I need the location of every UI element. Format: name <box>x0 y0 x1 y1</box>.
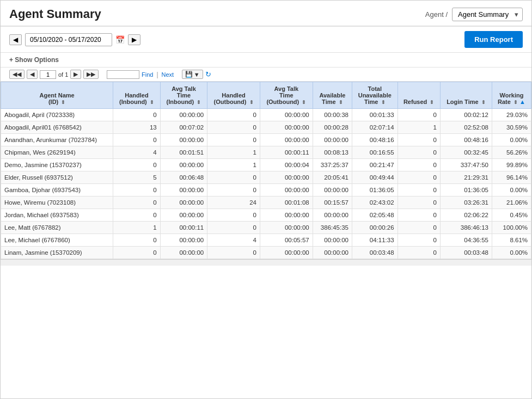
export-icon: 💾 <box>185 71 193 78</box>
cell-r4-c7: 0 <box>398 159 440 171</box>
table-row: Jordan, Michael (6937583)000:00:00000:00… <box>1 209 531 222</box>
report-type-dropdown[interactable]: Agent Summary <box>452 8 523 21</box>
cell-r3-c6: 00:16:55 <box>352 146 398 159</box>
cell-r2-c1: 0 <box>113 134 160 146</box>
main-container: Agent Summary Agent / Agent Summary ◀ 📅 … <box>0 0 532 399</box>
breadcrumb-prefix: Agent / <box>425 10 448 19</box>
cell-r11-c0: Linam, Jasmine (15370209) <box>1 247 113 259</box>
cell-r11-c5: 00:00:00 <box>313 247 352 259</box>
cell-r11-c2: 00:00:00 <box>160 247 207 259</box>
cell-r8-c6: 02:05:48 <box>352 209 398 222</box>
col-working-rate[interactable]: WorkingRate ⇕ ▲ <box>492 82 531 109</box>
cell-r0-c7: 0 <box>398 109 440 121</box>
col-available-time[interactable]: AvailableTime ⇕ <box>313 82 352 109</box>
cell-r9-c8: 386:46:13 <box>440 222 492 234</box>
cell-r0-c0: Abogadil, April (7023338) <box>1 109 113 121</box>
cell-r6-c3: 0 <box>207 184 260 197</box>
cell-r11-c8: 00:03:48 <box>440 247 492 259</box>
refresh-icon[interactable]: ↻ <box>205 70 211 78</box>
cell-r1-c4: 00:00:00 <box>260 121 313 134</box>
cell-r0-c4: 00:00:00 <box>260 109 313 121</box>
cell-r3-c2: 00:01:51 <box>160 146 207 159</box>
date-picker: ◀ 📅 ▶ <box>9 33 140 46</box>
date-range-input[interactable] <box>25 33 112 46</box>
next-link[interactable]: Next <box>162 71 174 78</box>
cell-r6-c9: 0.00% <box>492 184 531 197</box>
cell-r3-c8: 00:32:45 <box>440 146 492 159</box>
cell-r4-c1: 0 <box>113 159 160 171</box>
cell-r10-c9: 8.61% <box>492 234 531 247</box>
find-link[interactable]: Find <box>142 71 153 78</box>
cell-r1-c2: 00:07:02 <box>160 121 207 134</box>
cell-r10-c5: 00:00:00 <box>313 234 352 247</box>
toolbar: ◀ 📅 ▶ Run Report <box>1 27 531 53</box>
cell-r9-c2: 00:00:11 <box>160 222 207 234</box>
page-first-button[interactable]: ◀◀ <box>9 70 25 79</box>
cell-r4-c0: Demo, Jasmine (15370237) <box>1 159 113 171</box>
table-row: Abogadil, April01 (6768542)1300:07:02000… <box>1 121 531 134</box>
cell-r9-c5: 386:45:35 <box>313 222 352 234</box>
page-prev-button[interactable]: ◀ <box>27 70 38 79</box>
cell-r1-c6: 02:07:14 <box>352 121 398 134</box>
report-type-dropdown-wrapper[interactable]: Agent Summary <box>452 8 523 21</box>
page-last-button[interactable]: ▶▶ <box>83 70 99 79</box>
cell-r9-c7: 0 <box>398 222 440 234</box>
cell-r7-c3: 24 <box>207 197 260 209</box>
cell-r6-c0: Gamboa, Djohar (6937543) <box>1 184 113 197</box>
cell-r8-c3: 0 <box>207 209 260 222</box>
cell-r1-c7: 1 <box>398 121 440 134</box>
data-table-container: Agent Name(ID) ⇕ Handled(Inbound) ⇕ Avg … <box>1 82 531 266</box>
col-login-time[interactable]: Login Time ⇕ <box>440 82 492 109</box>
breadcrumb-nav: Agent / Agent Summary <box>425 8 523 21</box>
cell-r0-c9: 29.03% <box>492 109 531 121</box>
export-button[interactable]: 💾▼ <box>182 70 203 79</box>
col-agent-name[interactable]: Agent Name(ID) ⇕ <box>1 82 113 109</box>
cell-r9-c4: 00:00:00 <box>260 222 313 234</box>
col-handled-inbound[interactable]: Handled(Inbound) ⇕ <box>113 82 160 109</box>
cell-r5-c6: 00:49:44 <box>352 171 398 184</box>
find-input[interactable] <box>107 70 139 79</box>
col-avg-talk-outbound[interactable]: Avg TalkTime(Outbound) ⇕ <box>260 82 313 109</box>
cell-r1-c0: Abogadil, April01 (6768542) <box>1 121 113 134</box>
cell-r7-c0: Howe, Wiremu (7023108) <box>1 197 113 209</box>
cell-r4-c8: 337:47:50 <box>440 159 492 171</box>
col-total-unavailable[interactable]: TotalUnavailableTime ⇕ <box>352 82 398 109</box>
date-next-button[interactable]: ▶ <box>128 34 140 45</box>
page-next-button[interactable]: ▶ <box>70 70 81 79</box>
col-refused[interactable]: Refused ⇕ <box>398 82 440 109</box>
table-row: Demo, Jasmine (15370237)000:00:00100:00:… <box>1 159 531 171</box>
col-handled-outbound[interactable]: Handled(Outbound) ⇕ <box>207 82 260 109</box>
horizontal-scrollbar[interactable] <box>1 259 531 266</box>
date-prev-button[interactable]: ◀ <box>9 34 22 45</box>
col-avg-talk-inbound[interactable]: Avg TalkTime(Inbound) ⇕ <box>160 82 207 109</box>
cell-r8-c4: 00:00:00 <box>260 209 313 222</box>
cell-r8-c5: 00:00:00 <box>313 209 352 222</box>
cell-r5-c0: Elder, Russell (6937512) <box>1 171 113 184</box>
cell-r8-c7: 0 <box>398 209 440 222</box>
cell-r11-c9: 0.00% <box>492 247 531 259</box>
cell-r3-c9: 56.26% <box>492 146 531 159</box>
calendar-icon[interactable]: 📅 <box>115 35 125 44</box>
cell-r7-c8: 03:26:31 <box>440 197 492 209</box>
export-dropdown-icon: ▼ <box>194 71 200 78</box>
cell-r7-c5: 00:15:57 <box>313 197 352 209</box>
cell-r9-c0: Lee, Matt (6767882) <box>1 222 113 234</box>
show-options-label: + Show Options <box>9 56 59 64</box>
cell-r8-c9: 0.45% <box>492 209 531 222</box>
cell-r10-c8: 04:36:55 <box>440 234 492 247</box>
table-header-row: Agent Name(ID) ⇕ Handled(Inbound) ⇕ Avg … <box>1 82 531 109</box>
cell-r11-c7: 0 <box>398 247 440 259</box>
cell-r10-c6: 04:11:33 <box>352 234 398 247</box>
cell-r2-c7: 0 <box>398 134 440 146</box>
run-report-button[interactable]: Run Report <box>464 31 523 48</box>
cell-r10-c7: 0 <box>398 234 440 247</box>
show-options-toggle[interactable]: + Show Options <box>1 53 531 67</box>
cell-r8-c8: 02:06:22 <box>440 209 492 222</box>
page-number-input[interactable] <box>40 70 56 79</box>
table-row: Linam, Jasmine (15370209)000:00:00000:00… <box>1 247 531 259</box>
cell-r7-c1: 0 <box>113 197 160 209</box>
cell-r3-c7: 0 <box>398 146 440 159</box>
cell-r8-c1: 0 <box>113 209 160 222</box>
table-row: Gamboa, Djohar (6937543)000:00:00000:00:… <box>1 184 531 197</box>
header: Agent Summary Agent / Agent Summary <box>1 1 531 27</box>
